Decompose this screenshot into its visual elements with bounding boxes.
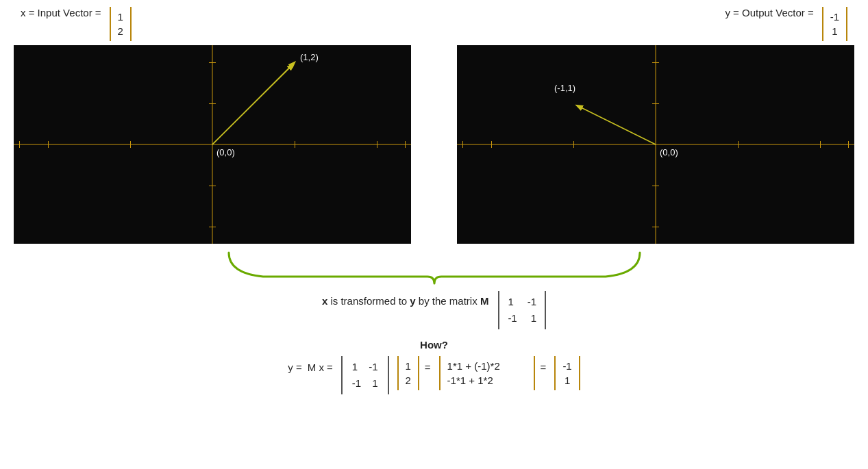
eq-M-vals: 1 -1 -1 1 xyxy=(341,356,389,394)
r-tick-v-5 xyxy=(652,227,659,227)
transform-text: x is transformed to y by the matrix M xyxy=(322,295,488,307)
output-val-1: -1 xyxy=(830,10,839,24)
tick-h-1 xyxy=(130,141,131,148)
eq-x2: 2 xyxy=(406,373,411,388)
tick-h-left xyxy=(19,141,20,148)
tick-h-4 xyxy=(377,141,377,148)
m21: -1 xyxy=(508,310,517,327)
equation-row: y = M x = 1 -1 -1 1 1 2 = xyxy=(14,356,854,394)
right-axis-v xyxy=(656,45,656,244)
input-vector-bracket: 1 2 xyxy=(110,7,132,41)
m22: 1 xyxy=(531,310,536,327)
mx-eq: M x = xyxy=(308,362,333,373)
left-origin-label: (0,0) xyxy=(216,147,235,157)
left-point-label: (1,2) xyxy=(300,52,319,62)
tick-h-right xyxy=(405,141,406,148)
bold-y: y xyxy=(410,295,415,307)
brace-row xyxy=(14,249,854,287)
r-tick-v-2 xyxy=(652,62,659,63)
eq-calc-vals: 1*1 + (-1)*2 -1*1 + 1*2 xyxy=(439,356,535,390)
svg-line-5 xyxy=(577,105,656,144)
eq-x1: 1 xyxy=(406,359,411,373)
m11: 1 xyxy=(508,294,513,310)
svg-line-1 xyxy=(212,62,295,144)
matrix-row-1: 1 -1 xyxy=(508,294,536,310)
r-tick-h-4 xyxy=(820,141,821,148)
transform-row: x is transformed to y by the matrix M 1 … xyxy=(14,291,854,329)
matrix-M-bracket: 1 -1 -1 1 xyxy=(498,291,546,329)
input-val-2: 2 xyxy=(118,24,123,38)
eq-M-row2: -1 1 xyxy=(352,375,378,392)
r-tick-v-1 xyxy=(652,103,659,104)
output-vector-values: -1 1 xyxy=(822,7,847,41)
r-tick-h-3 xyxy=(738,141,739,148)
output-vector-label: y = Output Vector = -1 1 xyxy=(725,7,847,41)
equals1: = xyxy=(425,362,431,373)
tick-h-3 xyxy=(295,141,295,148)
r-tick-h-left xyxy=(462,141,463,148)
left-graph: (0,0) (1,2) xyxy=(14,45,411,244)
eq-calc-bracket: 1*1 + (-1)*2 -1*1 + 1*2 xyxy=(439,356,535,390)
left-axis-v xyxy=(212,45,213,244)
bold-x: x xyxy=(322,295,327,307)
bold-M: M xyxy=(480,295,489,307)
tick-v-4 xyxy=(209,186,216,186)
calc-row2: -1*1 + 1*2 xyxy=(447,373,527,388)
r-tick-h-2 xyxy=(491,141,492,148)
right-point-label: (-1,1) xyxy=(554,83,575,93)
result-2: 1 xyxy=(562,373,571,388)
brace-svg xyxy=(208,249,660,287)
eq-result-vals: -1 1 xyxy=(554,356,580,390)
tick-v-2 xyxy=(209,62,216,63)
eq-m22: 1 xyxy=(372,375,377,392)
input-vector-values: 1 2 xyxy=(110,7,132,41)
r-tick-h-1 xyxy=(573,141,574,148)
input-vector-text: x = Input Vector = xyxy=(21,7,101,18)
r-tick-h-right xyxy=(848,141,849,148)
top-row: x = Input Vector = 1 2 y = Output Vector… xyxy=(14,7,854,41)
y-eq: y = xyxy=(288,362,301,373)
output-vector-bracket: -1 1 xyxy=(822,7,847,41)
output-val-2: 1 xyxy=(830,24,839,38)
r-tick-v-4 xyxy=(652,186,659,186)
svg-line-3 xyxy=(212,64,293,144)
eq-m12: -1 xyxy=(369,359,377,375)
eq-M-row1: 1 -1 xyxy=(352,359,378,375)
tick-v-5 xyxy=(209,227,216,227)
graphs-row: (0,0) (1,2) xyxy=(14,45,854,244)
eq-matrix-M: 1 -1 -1 1 xyxy=(341,356,389,394)
output-vector-text: y = Output Vector = xyxy=(725,7,813,18)
result-1: -1 xyxy=(562,359,571,373)
matrix-M-values: 1 -1 -1 1 xyxy=(498,291,546,329)
m12: -1 xyxy=(528,294,536,310)
right-origin-label: (0,0) xyxy=(660,147,678,157)
calc-row1: 1*1 + (-1)*2 xyxy=(447,359,527,373)
input-val-1: 1 xyxy=(118,10,123,24)
matrix-row-2: -1 1 xyxy=(508,310,536,327)
eq-m11: 1 xyxy=(352,359,358,375)
input-vector-label: x = Input Vector = 1 2 xyxy=(21,7,132,41)
how-row: How? xyxy=(14,339,854,351)
equals2: = xyxy=(541,362,547,373)
page-wrapper: x = Input Vector = 1 2 y = Output Vector… xyxy=(0,0,868,408)
tick-v-1 xyxy=(209,103,216,104)
eq-x-vals: 1 2 xyxy=(397,356,419,390)
eq-m21: -1 xyxy=(352,375,361,392)
how-label: How? xyxy=(420,339,448,351)
eq-result-bracket: -1 1 xyxy=(554,356,580,390)
right-graph: (0,0) (-1,1) xyxy=(457,45,854,244)
tick-h-2 xyxy=(48,141,49,148)
eq-vector-x: 1 2 xyxy=(397,356,419,390)
